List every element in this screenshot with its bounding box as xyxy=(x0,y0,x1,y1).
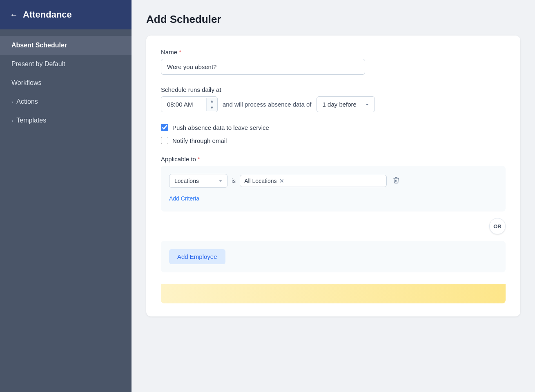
push-absence-checkbox-item[interactable]: Push absence data to leave service xyxy=(161,124,506,131)
required-indicator-applicable: * xyxy=(198,156,200,163)
delete-criteria-button[interactable] xyxy=(391,175,401,187)
schedule-row: ▲ ▼ and will process absence data of 1 d… xyxy=(161,96,506,112)
day-before-select[interactable]: 1 day before 2 days before 3 days before xyxy=(317,96,375,112)
applicable-group: Applicable to * Locations Department Emp… xyxy=(161,156,506,272)
main-content: Add Scheduler Name * Schedule runs daily… xyxy=(132,0,535,392)
notify-email-label: Notify through email xyxy=(172,137,227,144)
add-criteria-button[interactable]: Add Criteria xyxy=(169,194,199,203)
sidebar-nav: Absent Scheduler Present by Default Work… xyxy=(0,29,132,136)
criteria-tag-value: All Locations xyxy=(244,178,276,184)
sidebar-item-label: Templates xyxy=(16,117,46,124)
or-badge: OR xyxy=(489,218,506,234)
time-down-button[interactable]: ▼ xyxy=(207,105,217,111)
schedule-label: Schedule runs daily at xyxy=(161,86,506,93)
sidebar-item-label: Present by Default xyxy=(11,60,65,68)
checkboxes-group: Push absence data to leave service Notif… xyxy=(161,124,506,144)
sidebar-item-actions[interactable]: › Actions xyxy=(0,92,132,111)
add-employee-button[interactable]: Add Employee xyxy=(169,249,225,264)
sidebar-item-label: Absent Scheduler xyxy=(11,42,67,49)
sidebar-item-present-by-default[interactable]: Present by Default xyxy=(0,55,132,74)
or-separator: OR xyxy=(161,218,506,234)
name-group: Name * xyxy=(161,49,506,75)
criteria-is-text: is xyxy=(232,178,236,184)
employee-box: Add Employee xyxy=(161,241,506,272)
chevron-right-icon: › xyxy=(11,99,13,105)
sidebar-item-label: Actions xyxy=(16,98,38,105)
sidebar-item-label: Workflows xyxy=(11,79,42,87)
bottom-bar xyxy=(161,284,506,303)
schedule-group: Schedule runs daily at ▲ ▼ and will proc… xyxy=(161,86,506,112)
time-input[interactable] xyxy=(161,97,206,112)
criteria-value-box: All Locations ✕ xyxy=(240,175,387,187)
sidebar-header: ← Attendance xyxy=(0,0,132,29)
sidebar: ← Attendance Absent Scheduler Present by… xyxy=(0,0,132,392)
notify-email-checkbox[interactable] xyxy=(161,137,168,144)
page-title: Add Scheduler xyxy=(146,13,520,26)
criteria-tag-close-icon[interactable]: ✕ xyxy=(279,178,284,184)
schedule-middle-text: and will process absence data of xyxy=(223,101,312,108)
sidebar-item-templates[interactable]: › Templates xyxy=(0,111,132,130)
back-icon[interactable]: ← xyxy=(10,10,18,20)
name-label: Name * xyxy=(161,49,506,56)
sidebar-title: Attendance xyxy=(23,9,72,20)
criteria-box: Locations Department Employee Type is Al… xyxy=(161,166,506,212)
name-input[interactable] xyxy=(161,59,365,75)
form-card: Name * Schedule runs daily at ▲ ▼ and wi… xyxy=(146,36,520,316)
applicable-label: Applicable to * xyxy=(161,156,506,163)
location-select[interactable]: Locations Department Employee Type xyxy=(169,174,227,188)
notify-email-checkbox-item[interactable]: Notify through email xyxy=(161,137,506,144)
required-indicator: * xyxy=(179,49,181,56)
chevron-right-icon: › xyxy=(11,118,13,124)
criteria-tag: All Locations ✕ xyxy=(244,178,284,184)
time-up-button[interactable]: ▲ xyxy=(207,98,217,105)
criteria-row: Locations Department Employee Type is Al… xyxy=(169,174,497,188)
time-input-wrapper: ▲ ▼ xyxy=(161,96,218,112)
push-absence-checkbox[interactable] xyxy=(161,124,168,131)
push-absence-label: Push absence data to leave service xyxy=(172,124,269,131)
checkbox-group: Push absence data to leave service Notif… xyxy=(161,124,506,144)
sidebar-item-workflows[interactable]: Workflows xyxy=(0,74,132,92)
sidebar-item-absent-scheduler[interactable]: Absent Scheduler xyxy=(0,36,132,55)
time-spinners: ▲ ▼ xyxy=(206,98,217,111)
